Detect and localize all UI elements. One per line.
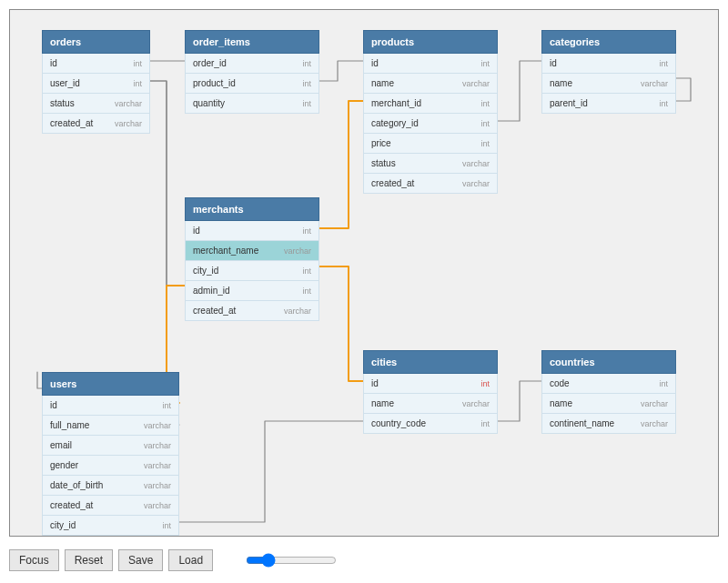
zoom-slider-wrap (246, 553, 337, 568)
table-row[interactable]: quantityint (185, 94, 319, 114)
column-type: int (133, 59, 142, 68)
column-name: name (550, 78, 572, 88)
table-row[interactable]: date_of_birthvarchar (42, 476, 179, 496)
column-name: user_id (50, 78, 80, 88)
table-row[interactable]: namevarchar (363, 394, 498, 414)
table-categories[interactable]: categoriesidintnamevarcharparent_idint (541, 30, 676, 114)
table-row[interactable]: product_idint (185, 74, 319, 94)
table-row[interactable]: idint (363, 374, 498, 394)
connector-line (179, 421, 363, 522)
column-type: varchar (462, 79, 490, 88)
table-users[interactable]: usersidintfull_namevarcharemailvarcharge… (42, 372, 179, 536)
table-row[interactable]: created_atvarchar (185, 301, 319, 321)
column-name: email (50, 440, 72, 450)
table-row[interactable]: country_codeint (363, 414, 498, 434)
column-type: int (480, 139, 490, 148)
table-order_items[interactable]: order_itemsorder_idintproduct_idintquant… (185, 30, 319, 114)
column-name: code (550, 378, 570, 388)
table-row[interactable]: gendervarchar (42, 456, 179, 476)
focus-button[interactable]: Focus (9, 549, 59, 571)
reset-button[interactable]: Reset (65, 549, 113, 571)
table-row[interactable]: priceint (363, 134, 498, 154)
column-name: id (371, 378, 379, 388)
zoom-slider[interactable] (246, 553, 337, 568)
table-row[interactable]: idint (42, 54, 150, 74)
column-type: int (480, 119, 490, 128)
column-name: city_id (50, 520, 76, 530)
table-row[interactable]: namevarchar (541, 394, 676, 414)
table-header[interactable]: merchants (185, 197, 319, 221)
table-row[interactable]: full_namevarchar (42, 416, 179, 436)
table-header[interactable]: orders (42, 30, 150, 54)
toolbar: Focus Reset Save Load (9, 547, 719, 574)
table-row[interactable]: admin_idint (185, 281, 319, 301)
diagram-canvas[interactable]: ordersidintuser_idintstatusvarcharcreate… (9, 9, 719, 537)
column-type: varchar (284, 246, 311, 256)
column-type: varchar (462, 179, 490, 188)
table-header[interactable]: products (363, 30, 498, 54)
table-row[interactable]: continent_namevarchar (541, 414, 676, 434)
column-type: varchar (641, 399, 668, 408)
table-row[interactable]: created_atvarchar (42, 496, 179, 516)
column-type: varchar (641, 419, 668, 428)
connector-line (319, 61, 363, 81)
table-cities[interactable]: citiesidintnamevarcharcountry_codeint (363, 350, 498, 434)
column-type: varchar (144, 481, 171, 490)
column-type: int (162, 401, 171, 410)
connector-line (319, 266, 363, 381)
column-type: varchar (144, 501, 171, 510)
column-name: created_at (50, 500, 93, 510)
connector-line (498, 61, 541, 121)
column-name: continent_name (550, 418, 614, 428)
column-type: int (133, 79, 142, 88)
table-row[interactable]: idint (185, 221, 319, 241)
column-type: varchar (144, 441, 171, 450)
table-row[interactable]: city_idint (185, 261, 319, 281)
table-row[interactable]: statusvarchar (363, 154, 498, 174)
table-row[interactable]: namevarchar (363, 74, 498, 94)
column-type: int (302, 226, 311, 236)
table-row[interactable]: idint (42, 396, 179, 416)
table-row[interactable]: parent_idint (541, 94, 676, 114)
column-name: quantity (193, 98, 225, 108)
table-header[interactable]: cities (363, 350, 498, 374)
table-orders[interactable]: ordersidintuser_idintstatusvarcharcreate… (42, 30, 150, 134)
table-products[interactable]: productsidintnamevarcharmerchant_idintca… (363, 30, 498, 194)
save-button[interactable]: Save (118, 549, 163, 571)
table-row[interactable]: emailvarchar (42, 436, 179, 456)
table-row[interactable]: order_idint (185, 54, 319, 74)
column-name: id (371, 58, 379, 68)
column-name: gender (50, 460, 78, 470)
table-header[interactable]: countries (541, 350, 676, 374)
table-row[interactable]: created_atvarchar (363, 174, 498, 194)
table-merchants[interactable]: merchantsidintmerchant_namevarcharcity_i… (185, 197, 319, 321)
column-type: int (302, 286, 311, 296)
column-type: varchar (462, 399, 490, 408)
table-header[interactable]: categories (541, 30, 676, 54)
table-row[interactable]: merchant_namevarchar (185, 241, 319, 261)
table-row[interactable]: namevarchar (541, 74, 676, 94)
table-row[interactable]: idint (363, 54, 498, 74)
connector-line (319, 101, 363, 228)
column-type: varchar (115, 119, 142, 128)
column-type: varchar (144, 461, 171, 470)
connector-line (498, 381, 541, 421)
table-row[interactable]: idint (541, 54, 676, 74)
table-row[interactable]: merchant_idint (363, 94, 498, 114)
column-name: name (550, 398, 572, 408)
table-row[interactable]: category_idint (363, 114, 498, 134)
table-row[interactable]: codeint (541, 374, 676, 394)
column-name: id (550, 58, 557, 68)
table-row[interactable]: statusvarchar (42, 94, 150, 114)
column-type: int (480, 99, 490, 108)
table-row[interactable]: user_idint (42, 74, 150, 94)
table-row[interactable]: created_atvarchar (42, 114, 150, 134)
column-type: varchar (284, 307, 311, 316)
table-header[interactable]: order_items (185, 30, 319, 54)
column-type: int (302, 79, 311, 88)
table-countries[interactable]: countriescodeintnamevarcharcontinent_nam… (541, 350, 676, 434)
load-button[interactable]: Load (168, 549, 213, 571)
table-header[interactable]: users (42, 372, 179, 396)
column-type: int (659, 99, 668, 108)
table-row[interactable]: city_idint (42, 516, 179, 536)
